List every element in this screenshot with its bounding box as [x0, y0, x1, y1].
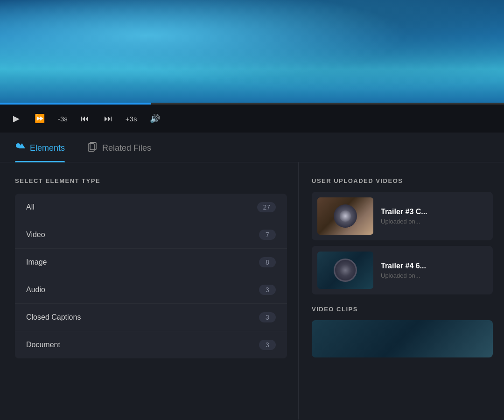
tab-related-files-label: Related Files [102, 143, 151, 153]
element-item-closed-captions[interactable]: Closed Captions 3 [15, 304, 287, 331]
tabs-row: Elements Related Files [0, 133, 504, 162]
element-badge-audio: 3 [259, 285, 276, 295]
video-preview [0, 0, 504, 103]
video-card-trailer4[interactable]: Trailer #4 6... Uploaded on... [312, 246, 493, 294]
left-panel: SELECT ELEMENT TYPE All 27 Video 7 Image… [0, 162, 299, 420]
element-badge-video: 7 [259, 230, 276, 240]
video-clips-title: VIDEO CLIPS [312, 306, 493, 313]
video-info-trailer3: Trailer #3 C... Uploaded on... [381, 208, 487, 225]
progress-bar[interactable] [0, 103, 504, 105]
video-sub-trailer3: Uploaded on... [381, 218, 487, 225]
element-badge-closed-captions: 3 [259, 312, 276, 322]
related-files-icon [87, 142, 98, 154]
element-item-video[interactable]: Video 7 [15, 221, 287, 249]
right-panel: USER UPLOADED VIDEOS Trailer #3 C... Upl… [299, 162, 504, 420]
clip-thumb-bg [312, 320, 493, 357]
element-badge-all: 27 [257, 202, 276, 212]
video-clips-section: VIDEO CLIPS [312, 306, 493, 357]
element-label-audio: Audio [26, 286, 45, 294]
video-card-trailer3[interactable]: Trailer #3 C... Uploaded on... [312, 192, 493, 240]
tab-elements[interactable]: Elements [15, 142, 65, 162]
element-item-document[interactable]: Document 3 [15, 331, 287, 358]
progress-fill [0, 103, 151, 105]
element-label-document: Document [26, 341, 60, 349]
main-content: SELECT ELEMENT TYPE All 27 Video 7 Image… [0, 162, 504, 420]
prev-button[interactable]: ⏮ [79, 112, 91, 126]
video-sub-trailer4: Uploaded on... [381, 272, 487, 279]
element-label-video: Video [26, 231, 45, 239]
element-label-all: All [26, 203, 35, 211]
video-thumb-trailer3 [317, 197, 373, 235]
video-title-trailer3: Trailer #3 C... [381, 208, 487, 216]
controls-bar: ▶ ⏩ -3s ⏮ ⏭ +3s 🔊 [0, 105, 504, 133]
element-item-all[interactable]: All 27 [15, 194, 287, 221]
element-badge-image: 8 [259, 257, 276, 267]
fast-forward-button[interactable]: ⏩ [33, 112, 47, 126]
elements-icon [15, 142, 25, 154]
tab-elements-label: Elements [30, 143, 65, 153]
user-videos-title: USER UPLOADED VIDEOS [312, 177, 493, 184]
next-button[interactable]: ⏭ [102, 112, 114, 126]
volume-button[interactable]: 🔊 [148, 112, 162, 126]
element-label-closed-captions: Closed Captions [26, 313, 81, 322]
element-item-image[interactable]: Image 8 [15, 249, 287, 276]
element-badge-document: 3 [259, 340, 276, 350]
tab-related-files[interactable]: Related Files [87, 142, 151, 162]
skip-fwd-label: +3s [126, 115, 137, 123]
video-title-trailer4: Trailer #4 6... [381, 262, 487, 270]
video-info-trailer4: Trailer #4 6... Uploaded on... [381, 262, 487, 279]
video-thumb-trailer4 [317, 252, 373, 289]
element-label-image: Image [26, 258, 47, 266]
skip-back-label: -3s [58, 115, 68, 123]
element-item-audio[interactable]: Audio 3 [15, 276, 287, 304]
play-button[interactable]: ▶ [11, 112, 21, 126]
clip-card-1[interactable] [312, 320, 493, 357]
select-element-type-title: SELECT ELEMENT TYPE [15, 177, 287, 184]
element-type-list: All 27 Video 7 Image 8 Audio 3 Closed Ca… [15, 194, 287, 358]
